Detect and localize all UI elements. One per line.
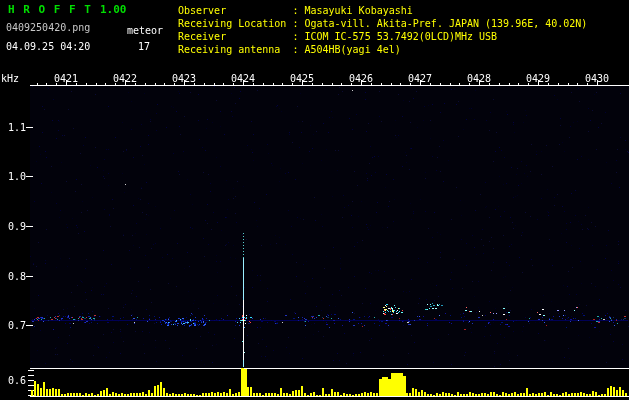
time-tick-label: 0424 (231, 73, 255, 84)
time-tick-label: 0422 (113, 73, 137, 84)
time-tick-label: 0429 (526, 73, 550, 84)
freq-tick-label: 0.9 (2, 221, 26, 232)
station-info-line: Receiver : ICOM IC-575 53.7492(0LCD)MHz … (178, 30, 587, 43)
spectrogram-canvas (0, 0, 629, 400)
time-tick-label: 0426 (349, 73, 373, 84)
time-tick-label: 0421 (54, 73, 78, 84)
output-filename: 0409250420.png (6, 22, 90, 33)
time-tick-label: 0423 (172, 73, 196, 84)
mode-label: meteor (127, 25, 163, 36)
freq-tick-label: 1.1 (2, 122, 26, 133)
station-info-line: Receiving antenna : A504HB(yagi 4el) (178, 43, 587, 56)
hrofft-output-image: H R O F F T 1.00 0409250420.png meteor 0… (0, 0, 629, 400)
freq-unit-label: kHz (1, 73, 19, 84)
time-tick-label: 0425 (290, 73, 314, 84)
observation-datetime: 04.09.25 04:20 (6, 41, 90, 52)
station-info-line: Receiving Location : Ogata-vill. Akita-P… (178, 17, 587, 30)
freq-tick-label: 1.0 (2, 171, 26, 182)
time-tick-label: 0427 (408, 73, 432, 84)
freq-tick-label: 0.6 (2, 375, 26, 386)
app-title: H R O F F T (8, 3, 92, 16)
station-info-line: Observer : Masayuki Kobayashi (178, 4, 587, 17)
app-version: 1.00 (100, 3, 127, 16)
freq-tick-label: 0.8 (2, 271, 26, 282)
station-info-block: Observer : Masayuki KobayashiReceiving L… (178, 4, 587, 56)
time-tick-label: 0430 (585, 73, 609, 84)
echo-count: 17 (138, 41, 150, 52)
freq-tick-label: 0.7 (2, 320, 26, 331)
time-tick-label: 0428 (467, 73, 491, 84)
